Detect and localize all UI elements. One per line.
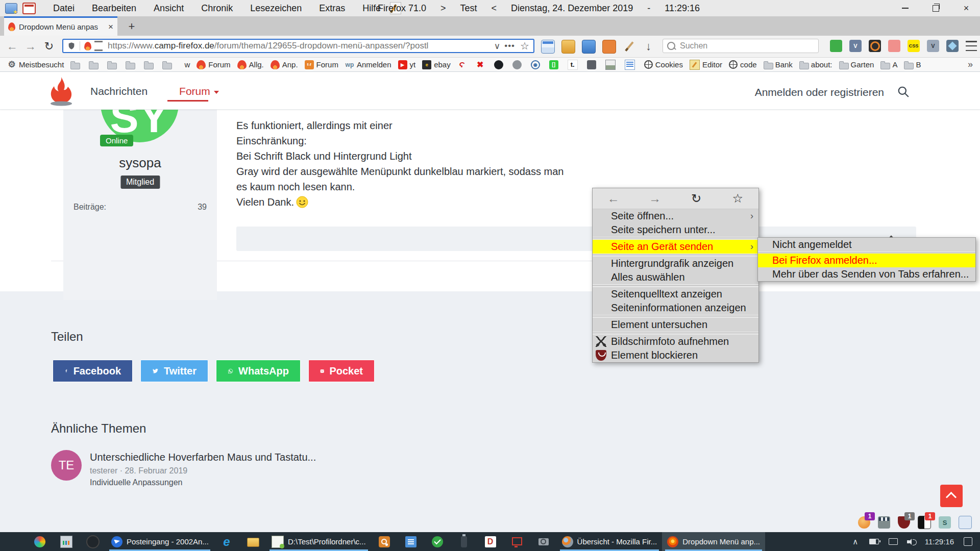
bookmark-wp-anmelden[interactable]: wp Anmelden [345,60,391,69]
battery-icon[interactable] [869,537,879,547]
nav-item-nachrichten[interactable]: Nachrichten [90,85,148,97]
site-search-icon[interactable] [897,86,910,100]
taskbar-clock[interactable]: 11:29:16 [925,537,954,546]
taskbar-keepass-icon[interactable] [371,532,398,551]
menubar-item[interactable]: Bearbeiten [92,3,136,14]
bookmark-allg[interactable]: Allg. [237,60,264,69]
v-gray-extension-icon[interactable]: V [927,40,939,52]
bookmark-meistbesucht[interactable]: ⚙ Meistbesucht [7,60,64,69]
css-extension-icon[interactable]: CSS [908,40,920,52]
clapperboard-addon-icon[interactable] [878,516,890,529]
share-whatsapp-button[interactable]: WhatsApp [216,360,301,382]
taskbar-greencheck-icon[interactable] [424,532,451,551]
submenu-item-bei-firefox-anmelden[interactable]: Bei Firefox anmelden... [758,254,975,267]
taskbar-d-icon[interactable]: D [477,532,504,551]
similar-topic-title[interactable]: Unterschiedliche Hoverfarben Maus und Ta… [90,452,316,463]
open-folder-icon[interactable] [561,40,575,54]
bookmark-red-x[interactable]: ✖ [476,60,487,69]
login-link[interactable]: Anmelden oder registrieren [755,86,884,98]
bookmark-folder-2[interactable] [89,60,101,69]
bookmark-puzzle[interactable] [587,60,599,69]
share-facebook-button[interactable]: Facebook [53,360,133,382]
taskbar-camera-icon[interactable] [530,532,557,551]
site-identity-favicon-icon[interactable] [84,42,91,51]
menubar-item[interactable]: Ansicht [154,3,184,14]
menu-item-hintergrundgrafik[interactable]: Hintergrundgrafik anzeigen [593,257,758,270]
bookmark-cookies[interactable]: Cookies [644,60,683,69]
search-bar[interactable] [663,39,819,53]
restore-button[interactable] [930,3,941,14]
bookmark-b[interactable]: B [904,60,921,69]
orange-addon-icon[interactable] [602,40,616,54]
menubar-item[interactable]: Lesezeichen [250,3,302,14]
bookmark-star-icon[interactable]: ☆ [727,191,748,206]
v-blue-extension-icon[interactable]: V [849,40,862,52]
task-firefox-dropdown[interactable]: Dropdown Menü anp... [662,532,765,551]
camp-firefox-logo[interactable] [48,76,74,107]
bookmarks-overflow-icon[interactable]: » [968,59,973,70]
greencheck-extension-icon[interactable] [830,40,842,52]
bookmark-a[interactable]: A [880,60,897,69]
s-addon-icon[interactable]: S [939,516,951,529]
menu-item-element-untersuchen[interactable]: Element untersuchen [593,318,758,332]
taskbar-bottle-icon[interactable] [451,532,477,551]
forward-button[interactable]: → [22,38,39,55]
brush-icon[interactable] [623,40,635,53]
app-menu-icon[interactable] [966,41,977,51]
reload-icon[interactable]: ↻ [686,191,706,206]
task-firefox-uebersicht[interactable]: Übersicht - Mozilla Fir... [557,532,663,551]
search-input[interactable] [679,41,814,51]
submenu-item-mehr-erfahren[interactable]: Mehr über das Senden von Tabs erfahren..… [758,267,975,281]
bookmark-star-icon[interactable]: ☆ [520,40,529,52]
document-addon-icon[interactable] [959,516,972,529]
similar-topic-avatar[interactable]: TE [51,450,82,481]
taskbar-photos-icon[interactable] [27,532,53,551]
bookmark-list[interactable] [625,60,638,70]
submenu-item-nicht-angemeldet[interactable]: Nicht angemeldet [758,238,975,252]
similar-topic-forum[interactable]: Individuelle Anpassungen [90,478,182,487]
permissions-icon[interactable] [94,41,103,51]
bookmark-green-brackets[interactable]: [] [549,60,561,69]
task-notepadpp[interactable]: D:\Test\Profilordner\c... [266,532,371,551]
bookmark-ebay[interactable]: e ebay [422,60,451,69]
minimized-window-icon[interactable] [541,40,555,54]
url-bar[interactable]: https://www.camp-firefox.de/forum/thema/… [62,39,534,53]
reload-button[interactable]: ↻ [41,38,57,55]
bookmark-code[interactable]: code [729,60,757,69]
start-button[interactable] [0,532,27,551]
bookmark-bank[interactable]: Bank [764,60,793,69]
calendar-app-icon[interactable] [22,3,36,14]
menu-item-alles-auswaehlen[interactable]: Alles auswählen [593,270,758,284]
tray-chevron-icon[interactable]: ∧ [850,537,861,547]
bookmark-ff-forum[interactable]: f-f Forum [305,60,338,69]
menubar-item[interactable]: Extras [319,3,345,14]
menu-item-seite-an-geraet-senden[interactable]: Seite an Gerät senden › [593,240,758,254]
urlbar-dropdown-icon[interactable]: ∨ [494,41,500,52]
taskbar-explorer-icon[interactable] [240,532,266,551]
eraser-extension-icon[interactable] [888,40,900,52]
menubar-item[interactable]: Chronik [201,3,233,14]
bookmark-folder-3[interactable] [107,60,119,69]
task-thunderbird[interactable]: Posteingang - 2002An... [106,532,213,551]
bookmark-anp[interactable]: Anp. [271,60,298,69]
share-twitter-button[interactable]: Twitter [140,360,208,382]
tracking-protection-shield-icon[interactable] [67,41,76,51]
blue-folder-icon[interactable] [582,40,596,54]
taskbar-bluebook-icon[interactable] [398,532,424,551]
action-center-icon[interactable] [963,537,973,547]
taskbar-presentation-icon[interactable] [53,532,80,551]
bookmark-folder-6[interactable] [162,60,174,69]
menu-item-seite-oeffnen[interactable]: Seite öffnen... › [593,209,758,223]
bookmark-editor[interactable]: Editor [690,60,722,70]
minimize-button[interactable] [899,3,911,14]
bookmark-github[interactable] [494,60,506,69]
bookmark-about[interactable]: about: [799,60,832,69]
bookmark-blue-circle[interactable]: ◉ [531,60,543,69]
bookmark-w[interactable]: w [181,60,190,69]
bookmark-t-dot[interactable]: t. [568,60,580,70]
taskbar-redmonitor-icon[interactable] [504,532,530,551]
tab-dropdown-menu-anpassen[interactable]: Dropdown Menü anpassen × [4,16,117,36]
bookmark-folder-5[interactable] [144,60,156,69]
forward-icon[interactable]: → [645,191,665,206]
back-button[interactable]: ← [4,38,20,55]
